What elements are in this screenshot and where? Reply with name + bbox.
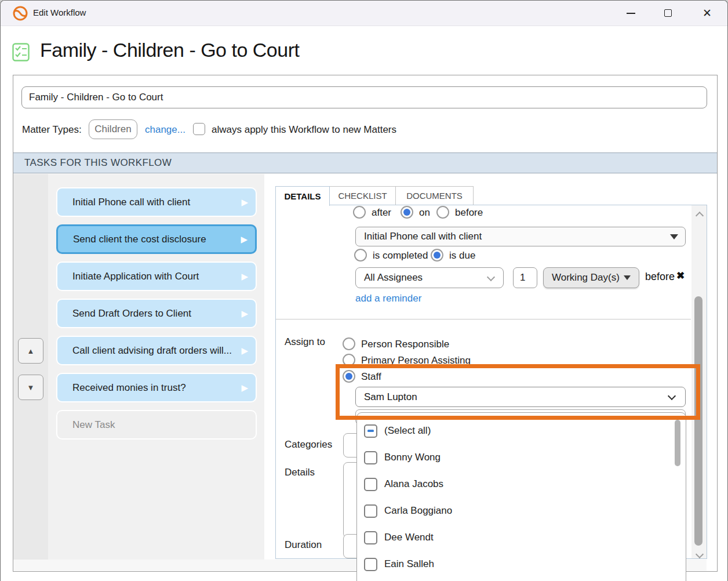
- staff-dropdown-list: (Select all)Bonny WongAlana JacobsCarla …: [356, 412, 686, 581]
- task-label: Send client the cost disclosure: [73, 234, 206, 245]
- radio-is-completed-label: is completed: [373, 250, 428, 262]
- categories-label: Categories: [285, 439, 332, 451]
- task-label: Received monies in trust?: [72, 382, 186, 394]
- task-arrow-icon: ▶: [241, 308, 248, 318]
- section-divider: [276, 319, 691, 319]
- radio-before[interactable]: [436, 206, 449, 219]
- workflow-name-input[interactable]: [21, 86, 707, 108]
- task-item[interactable]: Initial Phone call with client▶: [56, 187, 257, 217]
- staff-option-checkbox[interactable]: [364, 478, 377, 491]
- maximize-icon: [664, 9, 672, 17]
- linked-task-dropdown[interactable]: Initial Phone call with client: [355, 227, 686, 246]
- staff-option-checkbox[interactable]: [364, 504, 377, 518]
- edit-workflow-window: Edit Workflow ✕ Family - Children - Go t…: [0, 0, 728, 581]
- window-title: Edit Workflow: [33, 8, 86, 17]
- change-link[interactable]: change...: [145, 124, 185, 136]
- chevron-down-icon: [487, 273, 495, 281]
- task-item[interactable]: Call client advising draft orders will..…: [56, 336, 257, 365]
- unit-value: Working Day(s): [552, 272, 620, 284]
- staff-option-label: Alana Jacobs: [384, 478, 443, 490]
- minimize-icon: [627, 13, 635, 14]
- close-button[interactable]: ✕: [694, 1, 720, 26]
- staff-dropdown[interactable]: Sam Lupton: [355, 387, 686, 407]
- task-list: Initial Phone call with client▶Send clie…: [56, 187, 257, 402]
- staff-option-label: Carla Boggiano: [384, 505, 452, 517]
- staff-option-label: Eain Salleh: [384, 558, 434, 570]
- task-arrow-icon: ▶: [241, 234, 247, 244]
- staff-option-checkbox[interactable]: [364, 531, 377, 544]
- radio-person-responsible[interactable]: [343, 337, 355, 350]
- staff-option-checkbox[interactable]: [364, 451, 377, 464]
- maximize-button[interactable]: [654, 1, 681, 26]
- tab-checklist[interactable]: CHECKLIST: [329, 186, 396, 205]
- move-task-down-button[interactable]: ▼: [18, 375, 43, 400]
- radio-before-label: before: [455, 207, 483, 219]
- staff-option[interactable]: Eain Salleh: [357, 551, 686, 578]
- tab-details[interactable]: DETAILS: [275, 186, 330, 206]
- radio-after[interactable]: [353, 206, 366, 219]
- radio-is-due-label: is due: [449, 250, 475, 262]
- staff-option-label: Dee Wendt: [384, 532, 434, 543]
- task-label: Initiate Application with Court: [72, 271, 199, 282]
- matter-types-label: Matter Types:: [22, 124, 82, 136]
- task-item[interactable]: Send Draft Orders to Client▶: [56, 299, 257, 328]
- radio-is-completed[interactable]: [354, 249, 367, 262]
- tab-documents[interactable]: DOCUMENTS: [395, 186, 474, 205]
- task-item[interactable]: Received monies in trust?▶: [56, 373, 257, 402]
- indeterminate-dash-icon: [367, 430, 374, 432]
- assignees-value: All Assignees: [364, 272, 423, 284]
- task-label: Send Draft Orders to Client: [72, 308, 191, 319]
- radio-person-responsible-label: Person Responsible: [361, 339, 449, 350]
- staff-option[interactable]: Bonny Wong: [357, 444, 686, 471]
- details-label: Details: [285, 467, 315, 478]
- staff-option[interactable]: Alana Jacobs: [357, 471, 686, 498]
- move-task-up-button[interactable]: ▲: [18, 338, 43, 364]
- minimize-button[interactable]: [617, 1, 644, 26]
- linked-task-value: Initial Phone call with client: [364, 231, 482, 242]
- task-item[interactable]: Initiate Application with Court▶: [56, 262, 257, 291]
- task-label: Call client advising draft orders will..…: [72, 345, 232, 357]
- always-apply-checkbox[interactable]: [193, 123, 205, 135]
- always-apply-label: always apply this Workflow to new Matter…: [212, 124, 396, 136]
- radio-primary-person-assisting[interactable]: [343, 354, 355, 366]
- tasks-section-header: TASKS FOR THIS WORKFLOW: [13, 152, 717, 173]
- radio-staff-label: Staff: [361, 371, 381, 383]
- move-up-icon: ▲: [27, 347, 35, 355]
- staff-option-list: (Select all)Bonny WongAlana JacobsCarla …: [357, 417, 686, 578]
- duration-label: Duration: [285, 539, 322, 551]
- staff-option-checkbox[interactable]: [364, 424, 377, 438]
- page-title: Family - Children - Go to Court: [40, 39, 299, 61]
- reminder-when-label: before: [645, 271, 675, 283]
- task-arrow-icon: ▶: [241, 271, 248, 281]
- radio-is-due[interactable]: [431, 249, 443, 262]
- reorder-strip: [13, 174, 48, 571]
- dropdown-arrow-icon: [624, 275, 631, 280]
- radio-after-label: after: [372, 207, 391, 219]
- radio-primary-person-assisting-label: Primary Person Assisting: [361, 355, 471, 366]
- assignees-dropdown[interactable]: All Assignees: [355, 267, 504, 288]
- task-item[interactable]: Send client the cost disclosure▶: [56, 224, 257, 254]
- unit-dropdown[interactable]: Working Day(s): [543, 267, 639, 288]
- chevron-down-icon: [668, 392, 676, 400]
- radio-on[interactable]: [401, 206, 413, 219]
- assign-to-label: Assign to: [285, 336, 325, 348]
- task-arrow-icon: ▶: [241, 197, 248, 207]
- matter-type-chip[interactable]: Children: [89, 119, 137, 139]
- details-scrollbar-thumb[interactable]: [694, 296, 702, 546]
- titlebar: Edit Workflow ✕: [1, 1, 727, 26]
- remove-reminder-icon[interactable]: ✖: [676, 270, 685, 282]
- dropdown-arrow-icon: [670, 234, 678, 239]
- radio-staff[interactable]: [343, 370, 355, 383]
- new-task-button[interactable]: New Task: [56, 410, 257, 440]
- reminder-count-input[interactable]: [513, 267, 537, 288]
- staff-option[interactable]: Carla Boggiano: [357, 498, 686, 524]
- staff-option-checkbox[interactable]: [364, 558, 377, 571]
- radio-on-label: on: [419, 207, 430, 219]
- staff-option-label: (Select all): [384, 425, 431, 437]
- staff-dropdown-value: Sam Lupton: [364, 391, 417, 403]
- dropdown-scrollbar-thumb[interactable]: [675, 420, 680, 466]
- workflow-checklist-icon: [12, 42, 30, 62]
- add-reminder-link[interactable]: add a reminder: [355, 293, 421, 304]
- staff-option[interactable]: Dee Wendt: [357, 524, 686, 551]
- staff-option[interactable]: (Select all): [357, 417, 686, 444]
